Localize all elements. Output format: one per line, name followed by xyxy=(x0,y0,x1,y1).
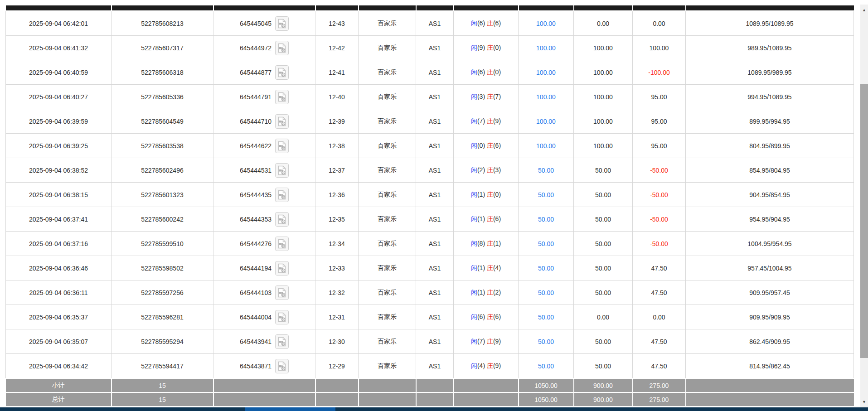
table-name-cell: AS1 xyxy=(416,158,454,183)
table-name-cell: AS1 xyxy=(416,232,454,256)
game-type: 百家乐 xyxy=(378,191,397,198)
bet-time: 2025-09-04 06:38:15 xyxy=(29,191,88,198)
game-type: 百家乐 xyxy=(378,338,397,345)
round-number: 12-38 xyxy=(329,142,345,150)
bet-amount-link[interactable]: 100.00 xyxy=(536,118,556,125)
win-loss: 100.00 xyxy=(650,44,669,52)
bet-amount-link[interactable]: 50.00 xyxy=(538,289,554,296)
balance: 814.95/862.45 xyxy=(749,363,790,370)
subtotal-bet-time: 小计 xyxy=(6,378,112,392)
horizontal-scrollbar-thumb[interactable] xyxy=(245,407,335,411)
bet-id: 522785607317 xyxy=(141,44,183,52)
bet-time-cell: 2025-09-04 06:35:37 xyxy=(6,305,112,329)
game-result-cell: 闲(7) 庄(9) xyxy=(454,109,519,134)
bet-amount-link[interactable]: 50.00 xyxy=(538,314,554,321)
bet-amount-link[interactable]: 100.00 xyxy=(536,44,556,52)
video-replay-icon xyxy=(277,43,286,53)
player-result-value: (4) xyxy=(477,362,487,369)
bet-amount-link[interactable]: 50.00 xyxy=(538,338,554,345)
player-result-value: (1) xyxy=(477,215,487,222)
bet-amount-cell: 100.00 xyxy=(519,11,574,36)
video-replay-button[interactable] xyxy=(275,163,289,178)
table-row: 2025-09-04 06:36:46522785598502645444194… xyxy=(6,256,854,280)
video-replay-button[interactable] xyxy=(275,359,289,373)
video-replay-button[interactable] xyxy=(275,139,289,153)
video-replay-button[interactable] xyxy=(275,310,289,324)
bet-amount-link[interactable]: 100.00 xyxy=(536,69,556,76)
bet-time-cell: 2025-09-04 06:38:15 xyxy=(6,183,112,207)
video-replay-button[interactable] xyxy=(275,90,289,104)
total-bet-amount: 1050.00 xyxy=(519,392,574,406)
round-number: 12-34 xyxy=(329,240,345,247)
game-number-group: 645444353 xyxy=(240,212,289,227)
total-round-number xyxy=(315,392,359,406)
player-result-label: 闲 xyxy=(471,19,477,27)
bet-amount-link[interactable]: 100.00 xyxy=(536,20,556,27)
bet-id-cell: 522785606318 xyxy=(112,60,213,85)
table-name: AS1 xyxy=(429,338,441,345)
game-number: 645444972 xyxy=(240,44,272,52)
video-replay-button[interactable] xyxy=(275,16,289,31)
video-replay-button[interactable] xyxy=(275,237,289,251)
bet-amount-link[interactable]: 50.00 xyxy=(538,191,554,198)
bet-amount-link[interactable]: 50.00 xyxy=(538,216,554,223)
video-replay-button[interactable] xyxy=(275,65,289,80)
vertical-scrollbar[interactable]: ▲ ▼ xyxy=(860,5,868,407)
valid-amount: 50.00 xyxy=(595,216,611,223)
balance: 904.95/854.95 xyxy=(749,191,790,198)
round-number-cell: 12-32 xyxy=(315,280,359,305)
valid-amount: 100.00 xyxy=(593,118,613,125)
game-type-cell: 百家乐 xyxy=(359,232,416,256)
bet-time: 2025-09-04 06:36:11 xyxy=(29,289,88,296)
subtotal-win-loss: 275.00 xyxy=(633,378,686,392)
bet-amount-link[interactable]: 100.00 xyxy=(536,93,556,101)
video-replay-button[interactable] xyxy=(275,285,289,300)
bet-amount-link[interactable]: 50.00 xyxy=(538,363,554,370)
subtotal-balance xyxy=(686,378,854,392)
game-result-cell: 闲(1) 庄(2) xyxy=(454,280,519,305)
video-replay-icon xyxy=(277,312,286,322)
balance-cell: 1089.95/989.95 xyxy=(686,60,854,85)
balance: 994.95/1089.95 xyxy=(747,93,791,101)
round-number: 12-31 xyxy=(329,314,345,321)
game-type: 百家乐 xyxy=(378,240,397,247)
game-number-cell: 645444877 xyxy=(213,60,315,85)
bet-amount-link[interactable]: 50.00 xyxy=(538,167,554,174)
balance-cell: 909.95/957.45 xyxy=(686,280,854,305)
video-replay-button[interactable] xyxy=(275,114,289,129)
valid-amount-cell: 100.00 xyxy=(574,85,633,109)
video-replay-button[interactable] xyxy=(275,261,289,276)
bet-amount-link[interactable]: 50.00 xyxy=(538,265,554,272)
vertical-scrollbar-thumb[interactable] xyxy=(860,84,868,358)
bet-amount-cell: 50.00 xyxy=(519,354,574,379)
header-cell-bet-time xyxy=(6,5,112,11)
video-replay-button[interactable] xyxy=(275,334,289,349)
scroll-down-arrow-icon[interactable]: ▼ xyxy=(860,398,868,406)
game-number: 645444622 xyxy=(240,142,272,150)
table-name: AS1 xyxy=(429,240,441,247)
bet-amount-cell: 50.00 xyxy=(519,256,574,280)
game-number: 645443871 xyxy=(240,363,272,370)
banker-result-value: (6) xyxy=(493,19,501,27)
video-replay-button[interactable] xyxy=(275,188,289,202)
round-number-cell: 12-37 xyxy=(315,158,359,183)
round-number-cell: 12-39 xyxy=(315,109,359,134)
header-cell-table-name xyxy=(416,5,454,11)
game-number-group: 645444004 xyxy=(240,310,289,324)
win-loss: 47.50 xyxy=(651,289,667,296)
video-replay-icon xyxy=(277,214,286,224)
bet-amount-link[interactable]: 50.00 xyxy=(538,240,554,247)
subtotal-game-type xyxy=(359,378,416,392)
header-cell-valid-amount xyxy=(574,5,633,11)
bet-amount-cell: 50.00 xyxy=(519,158,574,183)
horizontal-scrollbar[interactable] xyxy=(0,407,868,411)
bet-time: 2025-09-04 06:39:59 xyxy=(29,118,88,125)
video-replay-button[interactable] xyxy=(275,212,289,227)
scroll-up-arrow-icon[interactable]: ▲ xyxy=(860,6,868,14)
table-name: AS1 xyxy=(429,363,441,370)
bet-amount-link[interactable]: 100.00 xyxy=(536,142,556,150)
bet-time: 2025-09-04 06:39:25 xyxy=(29,142,88,150)
round-number-cell: 12-29 xyxy=(315,354,359,379)
video-replay-button[interactable] xyxy=(275,41,289,55)
game-number: 645444531 xyxy=(240,167,272,174)
